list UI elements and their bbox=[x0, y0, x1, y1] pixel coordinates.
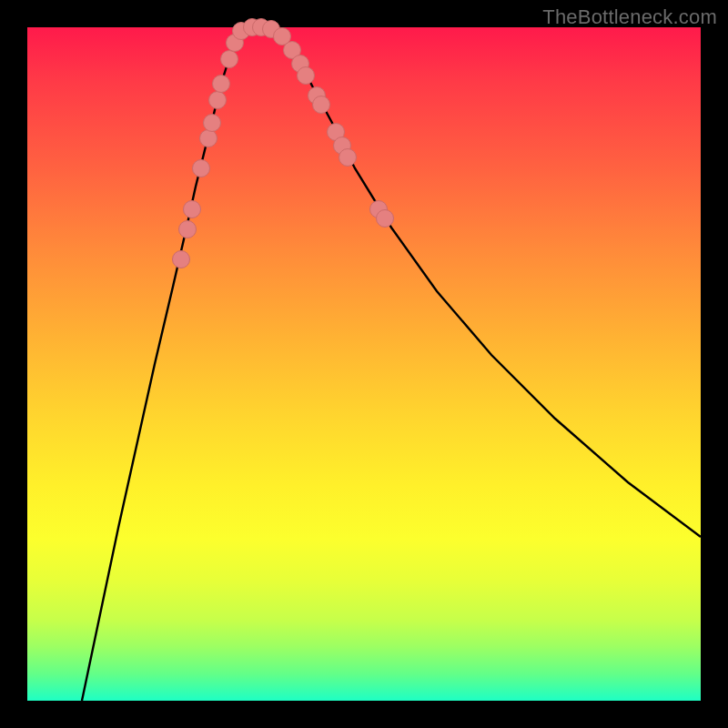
marker-dot bbox=[339, 149, 357, 167]
marker-dot bbox=[193, 160, 210, 177]
marker-dot bbox=[221, 51, 238, 68]
chart-frame: TheBottleneck.com bbox=[0, 0, 728, 728]
highlight-dots bbox=[173, 19, 394, 268]
chart-svg bbox=[27, 27, 701, 701]
marker-dot bbox=[313, 96, 330, 114]
marker-dot bbox=[173, 251, 190, 268]
marker-dot bbox=[179, 221, 197, 238]
marker-dot bbox=[298, 67, 315, 85]
marker-dot bbox=[377, 210, 394, 228]
watermark-text: TheBottleneck.com bbox=[542, 5, 717, 29]
marker-dot bbox=[204, 115, 221, 132]
plot-area bbox=[27, 27, 701, 701]
marker-dot bbox=[209, 92, 227, 109]
bottleneck-curve bbox=[82, 27, 701, 701]
marker-dot bbox=[200, 130, 217, 147]
marker-dot bbox=[213, 76, 230, 93]
marker-dot bbox=[184, 201, 201, 218]
